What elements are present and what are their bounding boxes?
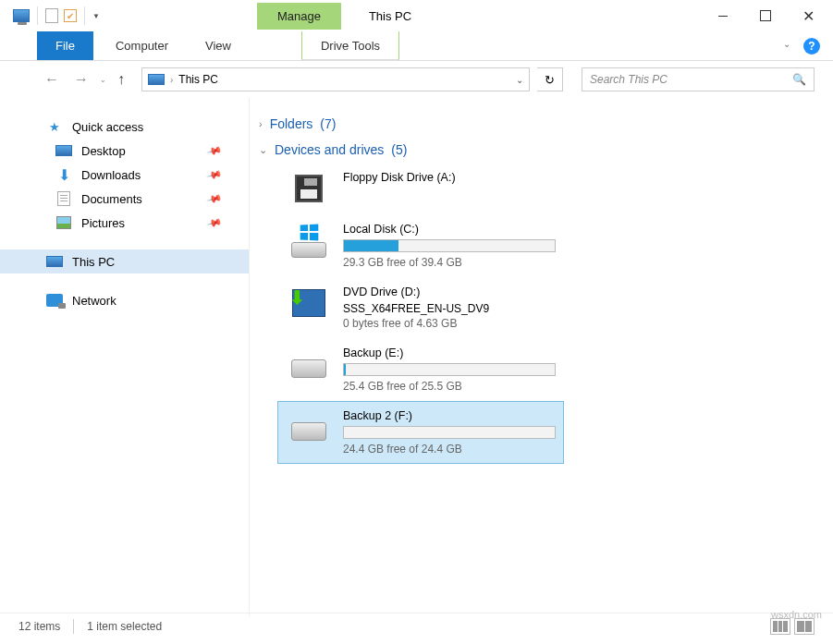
sidebar-documents[interactable]: Documents 📌 [0, 187, 249, 211]
downloads-icon: ⬇ [55, 167, 72, 182]
pin-icon: 📌 [206, 214, 224, 231]
properties-icon[interactable] [45, 8, 58, 23]
star-icon: ★ [46, 119, 63, 134]
view-buttons [770, 618, 815, 635]
drive-name: Backup 2 (F:) [343, 409, 556, 422]
maximize-button[interactable] [744, 3, 787, 29]
drive-free-text: 24.4 GB free of 24.4 GB [343, 443, 556, 456]
drive-sublabel: SSS_X64FREE_EN-US_DV9 [343, 302, 552, 315]
address-bar[interactable]: › This PC ⌄ [141, 67, 530, 91]
search-input[interactable]: Search This PC 🔍 [582, 67, 815, 91]
titlebar: ✔ ▼ Manage This PC ✕ [0, 0, 833, 31]
window-title: This PC [369, 9, 411, 23]
back-button[interactable]: ← [41, 67, 63, 91]
drive-local-c[interactable]: Local Disk (C:) 29.3 GB free of 39.4 GB [277, 214, 564, 277]
sidebar-label: Downloads [81, 168, 141, 182]
minimize-button[interactable] [702, 3, 744, 29]
desktop-icon [55, 145, 72, 156]
drive-backup2-f[interactable]: Backup 2 (F:) 24.4 GB free of 24.4 GB [277, 401, 564, 464]
sidebar-label: Quick access [72, 120, 143, 134]
group-devices[interactable]: ⌄ Devices and drives (5) [250, 137, 824, 163]
drive-name: Floppy Disk Drive (A:) [343, 171, 552, 184]
up-button[interactable]: ↑ [114, 67, 129, 91]
capacity-bar [343, 363, 556, 376]
forward-button[interactable]: → [70, 67, 92, 91]
qat-separator [84, 6, 85, 25]
refresh-button[interactable]: ↻ [537, 67, 563, 91]
group-label: Folders [270, 116, 313, 131]
status-separator [73, 619, 74, 634]
ribbon-expand-icon[interactable]: ⌄ [776, 31, 798, 60]
sidebar-label: This PC [72, 255, 115, 269]
pin-icon: 📌 [206, 190, 224, 207]
documents-icon [57, 191, 70, 206]
navigation-bar: ← → ⌄ ↑ › This PC ⌄ ↻ Search This PC 🔍 [0, 61, 833, 98]
watermark: wsxdn.com [771, 609, 822, 620]
breadcrumb-this-pc[interactable]: This PC [178, 73, 218, 86]
sidebar-label: Desktop [81, 144, 126, 158]
drive-backup-e[interactable]: Backup (E:) 25.4 GB free of 25.5 GB [277, 338, 564, 401]
sidebar-desktop[interactable]: Desktop 📌 [0, 139, 249, 163]
drive-floppy-a[interactable]: Floppy Disk Drive (A:) [277, 163, 564, 214]
sidebar-label: Network [72, 294, 116, 308]
location-icon [148, 74, 165, 85]
explorer-body: ★ Quick access Desktop 📌 ⬇ Downloads 📌 D… [0, 98, 833, 616]
sidebar-label: Documents [81, 192, 142, 206]
address-dropdown-icon[interactable]: ⌄ [516, 75, 523, 85]
status-item-count: 12 items [18, 620, 60, 633]
ribbon-context-title: Manage [257, 3, 341, 30]
group-count: (5) [391, 142, 407, 157]
group-folders[interactable]: › Folders (7) [250, 111, 824, 137]
chevron-right-icon: › [259, 118, 263, 129]
close-button[interactable]: ✕ [787, 3, 829, 29]
breadcrumb-separator-icon[interactable]: › [170, 75, 173, 85]
hdd-icon [291, 359, 326, 378]
sidebar-quick-access[interactable]: ★ Quick access [0, 115, 249, 139]
drive-name: DVD Drive (D:) [343, 286, 552, 298]
content-pane: › Folders (7) ⌄ Devices and drives (5) F… [250, 98, 833, 616]
drive-free-text: 0 bytes free of 4.63 GB [343, 317, 552, 330]
sidebar-downloads[interactable]: ⬇ Downloads 📌 [0, 163, 249, 187]
capacity-bar [343, 239, 556, 252]
qat-check-icon[interactable]: ✔ [64, 9, 77, 22]
window-controls: ✕ [702, 3, 829, 29]
drive-dvd-d[interactable]: DVD Drive (D:) SSS_X64FREE_EN-US_DV9 0 b… [277, 277, 564, 338]
this-pc-icon [46, 256, 63, 267]
dvd-icon [292, 289, 325, 317]
pin-icon: 📌 [206, 166, 224, 183]
sidebar-label: Pictures [81, 216, 125, 230]
history-dropdown-icon[interactable]: ⌄ [100, 76, 106, 84]
group-label: Devices and drives [275, 142, 384, 157]
network-icon [46, 294, 63, 307]
group-count: (7) [320, 116, 336, 131]
floppy-icon [295, 175, 323, 202]
drives-list: Floppy Disk Drive (A:) Local Disk (C:) 2… [250, 163, 824, 464]
qat-separator [37, 6, 38, 25]
app-icon[interactable] [13, 9, 30, 22]
search-icon[interactable]: 🔍 [792, 73, 806, 86]
drive-name: Local Disk (C:) [343, 223, 556, 236]
sidebar-this-pc[interactable]: This PC [0, 249, 249, 273]
tab-view[interactable]: View [187, 31, 250, 60]
quick-access-toolbar: ✔ ▼ [4, 6, 100, 25]
sidebar-network[interactable]: Network [0, 288, 249, 312]
tab-drive-tools[interactable]: Drive Tools [301, 31, 399, 60]
help-icon[interactable]: ? [803, 38, 820, 55]
drive-name: Backup (E:) [343, 346, 556, 359]
view-large-icons-button[interactable] [794, 618, 815, 635]
navigation-pane: ★ Quick access Desktop 📌 ⬇ Downloads 📌 D… [0, 98, 250, 616]
search-placeholder: Search This PC [590, 73, 668, 86]
pin-icon: 📌 [206, 142, 224, 159]
tab-computer[interactable]: Computer [97, 31, 187, 60]
windows-icon [300, 225, 319, 241]
ribbon-tabs: File Computer View Drive Tools ⌄ ? [0, 31, 833, 61]
hdd-icon [291, 242, 326, 258]
pictures-icon [56, 216, 71, 229]
drive-free-text: 25.4 GB free of 25.5 GB [343, 380, 556, 393]
view-details-button[interactable] [770, 618, 790, 635]
hdd-icon [291, 422, 326, 441]
qat-dropdown-icon[interactable]: ▼ [92, 12, 100, 20]
sidebar-pictures[interactable]: Pictures 📌 [0, 211, 249, 235]
status-selection: 1 item selected [87, 620, 162, 633]
tab-file[interactable]: File [37, 31, 93, 60]
